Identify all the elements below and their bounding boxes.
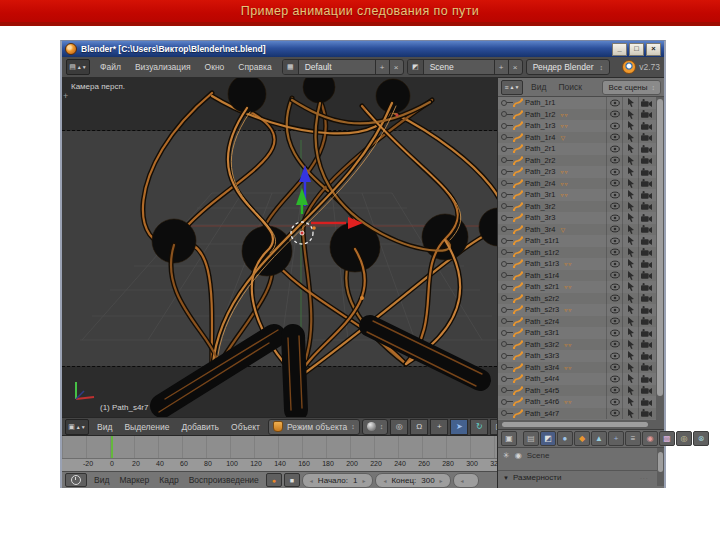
object-name[interactable]: Path_s3r3 bbox=[525, 351, 559, 360]
outliner-item-Path_s4r5[interactable]: Path_s4r5 bbox=[498, 385, 664, 397]
menu-Окно[interactable]: Окно bbox=[198, 62, 232, 72]
object-name[interactable]: Path_s4r4 bbox=[525, 374, 559, 383]
render-toggle-camera-icon[interactable] bbox=[638, 155, 654, 167]
menu-Файл[interactable]: Файл bbox=[93, 62, 128, 72]
properties-tab-texture-icon[interactable]: ▩ bbox=[659, 431, 675, 446]
timeline-strip[interactable] bbox=[62, 436, 497, 458]
outliner-item-Path_2r1[interactable]: Path_2r1 bbox=[498, 143, 664, 155]
hide-toggle-eye-icon[interactable] bbox=[606, 373, 622, 385]
manipulator-rotate-button[interactable]: ↻ bbox=[470, 419, 488, 435]
window-titlebar[interactable]: Blender* [C:\Users\Виктор\Blender\net.bl… bbox=[62, 41, 664, 57]
hide-toggle-eye-icon[interactable] bbox=[606, 304, 622, 316]
hide-toggle-eye-icon[interactable] bbox=[606, 293, 622, 305]
layout-add-button[interactable]: + bbox=[375, 60, 389, 74]
outliner-hscrollbar[interactable] bbox=[498, 420, 664, 429]
render-toggle-camera-icon[interactable] bbox=[638, 304, 654, 316]
outliner-item-Path_s3r3[interactable]: Path_s3r3 bbox=[498, 350, 664, 362]
dimensions-panel-header[interactable]: ▼ Размерности ∙∙∙ bbox=[498, 470, 664, 484]
timeline-menu-Кадр[interactable]: Кадр bbox=[154, 475, 183, 485]
scene-add-button[interactable]: + bbox=[494, 60, 508, 74]
render-toggle-camera-icon[interactable] bbox=[638, 362, 654, 374]
object-name[interactable]: Path_s2r4 bbox=[525, 317, 559, 326]
hide-toggle-eye-icon[interactable] bbox=[606, 385, 622, 397]
outliner-item-Path_2r2[interactable]: Path_2r2 bbox=[498, 155, 664, 167]
render-toggle-camera-icon[interactable] bbox=[638, 143, 654, 155]
outliner-item-Path_s1r3[interactable]: Path_s1r3▿▿ bbox=[498, 258, 664, 270]
object-name[interactable]: Path_2r4 bbox=[525, 179, 555, 188]
panel-grip-icon[interactable]: ∙∙∙ bbox=[640, 474, 649, 481]
frame-start-field[interactable]: ◂ Начало: 1 ▸ bbox=[302, 473, 374, 488]
render-toggle-camera-icon[interactable] bbox=[638, 189, 654, 201]
mode-dropdown[interactable]: Режим объекта ↕ bbox=[268, 419, 360, 435]
selectable-toggle-cursor-icon[interactable] bbox=[622, 270, 638, 282]
selectable-toggle-cursor-icon[interactable] bbox=[622, 304, 638, 316]
hide-toggle-eye-icon[interactable] bbox=[606, 396, 622, 408]
manipulator-translate-button[interactable]: ➤ bbox=[450, 419, 468, 435]
selectable-toggle-cursor-icon[interactable] bbox=[622, 293, 638, 305]
scene-delete-button[interactable]: × bbox=[508, 60, 522, 74]
snap-button[interactable]: Ω bbox=[410, 419, 428, 435]
hide-toggle-eye-icon[interactable] bbox=[606, 97, 622, 109]
hide-toggle-eye-icon[interactable] bbox=[606, 327, 622, 339]
selectable-toggle-cursor-icon[interactable] bbox=[622, 327, 638, 339]
hide-toggle-eye-icon[interactable] bbox=[606, 178, 622, 190]
hide-toggle-eye-icon[interactable] bbox=[606, 132, 622, 144]
view3d-menu-Объект[interactable]: Объект bbox=[225, 422, 266, 432]
object-name[interactable]: Path_1r3 bbox=[525, 121, 555, 130]
selectable-toggle-cursor-icon[interactable] bbox=[622, 396, 638, 408]
timeline-menu-Маркер[interactable]: Маркер bbox=[114, 475, 154, 485]
outliner-scope-dropdown[interactable]: Все сцены ↕ bbox=[602, 80, 661, 95]
properties-tab-object-data-icon[interactable]: ≡ bbox=[625, 431, 641, 446]
outliner-item-Path_s2r4[interactable]: Path_s2r4 bbox=[498, 316, 664, 328]
object-name[interactable]: Path_s1r2 bbox=[525, 248, 559, 257]
outliner-item-Path_s1r2[interactable]: Path_s1r2 bbox=[498, 247, 664, 259]
increment-arrow-icon[interactable]: ▸ bbox=[362, 477, 365, 484]
properties-tab-scene-icon[interactable]: ◩ bbox=[540, 431, 556, 446]
hide-toggle-eye-icon[interactable] bbox=[606, 143, 622, 155]
context-back-icon[interactable]: ✳ bbox=[503, 451, 510, 460]
hide-toggle-eye-icon[interactable] bbox=[606, 166, 622, 178]
decrement-arrow-icon[interactable]: ◂ bbox=[310, 477, 313, 484]
object-name[interactable]: Path_s4r5 bbox=[525, 386, 559, 395]
timeline-ruler[interactable]: -200204060801001201401601802002202402602… bbox=[62, 458, 497, 471]
selectable-toggle-cursor-icon[interactable] bbox=[622, 258, 638, 270]
object-name[interactable]: Path_s2r1 bbox=[525, 282, 559, 291]
object-name[interactable]: Path_s3r1 bbox=[525, 328, 559, 337]
editor-type-menu-icon[interactable]: ▤▲▼ bbox=[66, 59, 90, 75]
selectable-toggle-cursor-icon[interactable] bbox=[622, 235, 638, 247]
selectable-toggle-cursor-icon[interactable] bbox=[622, 339, 638, 351]
view3d-editor-type-icon[interactable]: ▣▲▼ bbox=[65, 419, 89, 435]
frame-end-field[interactable]: ◂ Конец: 300 ▸ bbox=[375, 473, 450, 488]
outliner-editor-type-icon[interactable]: ≡▲▼ bbox=[501, 80, 523, 95]
object-name[interactable]: Path_s3r2 bbox=[525, 340, 559, 349]
scene-selector[interactable]: ◩ Scene + × bbox=[407, 59, 523, 75]
properties-tab-constraints-icon[interactable]: ▲ bbox=[591, 431, 607, 446]
properties-vscrollbar[interactable] bbox=[657, 448, 664, 486]
autokey-record-icon[interactable]: ● bbox=[266, 473, 282, 487]
manipulator-y-arrow[interactable] bbox=[296, 188, 308, 205]
outliner-item-Path_1r3[interactable]: Path_1r3▿▿ bbox=[498, 120, 664, 132]
render-toggle-camera-icon[interactable] bbox=[638, 281, 654, 293]
outliner-list[interactable]: Path_1r1Path_1r2▿▿Path_1r3▿▿Path_1r4▽Pat… bbox=[498, 97, 664, 420]
layout-name[interactable]: Default bbox=[299, 60, 375, 74]
hide-toggle-eye-icon[interactable] bbox=[606, 212, 622, 224]
hide-toggle-eye-icon[interactable] bbox=[606, 339, 622, 351]
collapse-triangle-icon[interactable]: ▼ bbox=[503, 475, 509, 481]
object-name[interactable]: Path_2r1 bbox=[525, 144, 555, 153]
selectable-toggle-cursor-icon[interactable] bbox=[622, 247, 638, 259]
render-toggle-camera-icon[interactable] bbox=[638, 132, 654, 144]
outliner-item-Path_s4r4[interactable]: Path_s4r4 bbox=[498, 373, 664, 385]
scene-name[interactable]: Scene bbox=[424, 60, 494, 74]
selectable-toggle-cursor-icon[interactable] bbox=[622, 224, 638, 236]
render-toggle-camera-icon[interactable] bbox=[638, 120, 654, 132]
selectable-toggle-cursor-icon[interactable] bbox=[622, 362, 638, 374]
outliner-item-Path_s1r4[interactable]: Path_s1r4 bbox=[498, 270, 664, 282]
outliner-item-Path_s3r2[interactable]: Path_s3r2▿▿ bbox=[498, 339, 664, 351]
outliner-item-Path_1r4[interactable]: Path_1r4▽ bbox=[498, 132, 664, 144]
menu-Визуализация[interactable]: Визуализация bbox=[128, 62, 198, 72]
render-toggle-camera-icon[interactable] bbox=[638, 258, 654, 270]
hide-toggle-eye-icon[interactable] bbox=[606, 247, 622, 259]
hide-toggle-eye-icon[interactable] bbox=[606, 270, 622, 282]
outliner-item-Path_2r4[interactable]: Path_2r4▿▿ bbox=[498, 178, 664, 190]
object-name[interactable]: Path_1r2 bbox=[525, 110, 555, 119]
